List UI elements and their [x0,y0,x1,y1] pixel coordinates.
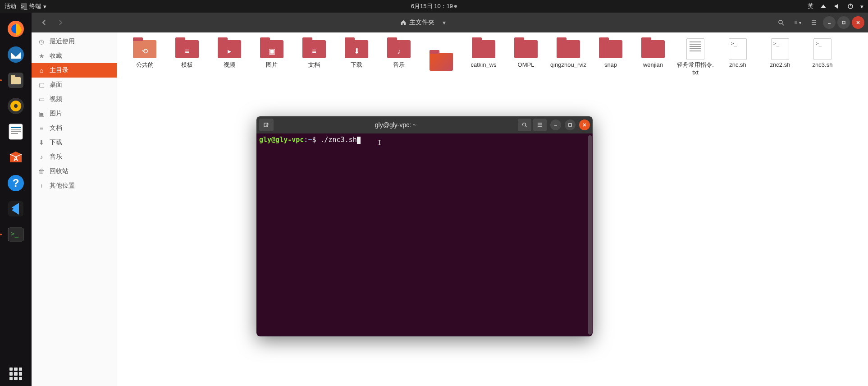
dock-item-vscode[interactable] [4,197,28,221]
file-item[interactable]: wenjian [633,37,673,78]
file-item[interactable]: ⬇下载 [336,37,377,78]
dock-item-rhythmbox[interactable] [4,94,28,118]
sidebar-item-video[interactable]: ▭视频 [32,92,117,106]
minimize-button[interactable] [823,16,836,29]
path-dropdown-icon[interactable]: ▾ [443,19,446,26]
file-item[interactable]: >_znc2.sh [760,37,800,78]
view-mode-button[interactable]: ▾ [790,16,805,29]
svg-line-28 [525,126,527,127]
terminal-scrollbar[interactable] [588,135,592,335]
file-item[interactable]: ♪音乐 [379,37,419,78]
new-tab-icon [263,122,270,128]
folder-icon: ≡ [174,39,200,60]
search-icon [777,19,785,26]
folder-icon: ▣ [259,39,284,60]
dock-item-firefox[interactable] [4,17,28,41]
software-icon: A [5,147,26,168]
dock-item-files[interactable] [4,68,28,92]
search-icon [521,122,528,128]
star-icon: ★ [38,52,45,60]
sidebar-item-music[interactable]: ♪音乐 [32,150,117,164]
sidebar-item-home[interactable]: ⌂主目录 [32,63,117,78]
sidebar-item-label: 最近使用 [50,37,75,46]
image-icon: ▣ [38,110,45,117]
new-tab-button[interactable] [259,119,274,131]
svg-text:A: A [14,155,18,162]
terminal-search-button[interactable] [518,119,531,131]
terminal-maximize-button[interactable] [565,119,576,130]
prompt-user: gly@gly-vpc [259,136,304,144]
dock-item-software[interactable]: A [4,145,28,170]
active-app-menu[interactable]: >_ 终端 ▾ [21,2,46,10]
dock-item-help[interactable]: ? [4,171,28,195]
file-item[interactable]: ⟲公共的 [124,37,165,78]
file-label: 音乐 [393,61,405,69]
input-method-indicator[interactable]: 英 [808,2,813,10]
clock-menu[interactable]: 6月15日 10：19 [411,2,457,10]
path-bar[interactable]: 主文件夹 [396,17,439,28]
dock-item-terminal[interactable]: >_ [4,222,28,247]
folder-icon [556,39,581,60]
svg-point-10 [14,104,18,108]
file-item[interactable]: >_znc.sh [717,37,758,78]
terminal-menu-button[interactable] [533,119,547,131]
terminal-minimize-button[interactable] [550,119,561,130]
sidebar-item-image[interactable]: ▣图片 [32,106,117,121]
folder-icon: ≡ [302,39,327,60]
dock-item-libreoffice-writer[interactable] [4,119,28,144]
svg-text:>_: >_ [11,230,18,238]
sidebar-item-trash[interactable]: 🗑回收站 [32,164,117,179]
terminal-window: gly@gly-vpc: ~ gly@gly-vpc:~$ ./znc3.sh … [256,116,593,336]
file-item[interactable]: ≡模板 [167,37,207,78]
hamburger-menu-button[interactable] [807,16,821,29]
terminal-close-button[interactable] [579,119,590,130]
sidebar-item-label: 文档 [50,124,62,132]
apps-grid-icon [9,368,22,380]
file-label: 下载 [351,61,362,69]
sidebar-item-download[interactable]: ⬇下载 [32,135,117,150]
terminal-app-icon: >_ [21,3,27,9]
thunderbird-icon [5,44,26,65]
power-icon [847,3,854,10]
dock-item-thunderbird[interactable] [4,42,28,67]
desktop-icon: ▢ [38,81,45,88]
sidebar-item-label: 图片 [50,110,62,118]
chevron-down-icon: ▾ [860,3,863,10]
file-item[interactable]: 轻舟常用指令.txt [675,37,716,78]
maximize-button[interactable] [837,16,850,29]
close-button[interactable] [852,16,864,29]
file-item[interactable]: ≡文档 [294,37,334,78]
activities-button[interactable]: 活动 [5,2,16,10]
back-button[interactable] [37,16,51,29]
sidebar-item-plus[interactable]: +其他位置 [32,179,117,193]
file-item[interactable]: catkin_ws [463,37,504,78]
svg-text:?: ? [13,177,19,189]
music-icon: ♪ [38,153,45,161]
system-status-area[interactable]: 英 ▾ [808,2,863,10]
file-item[interactable]: 桌面 [421,37,461,78]
text-file-icon [683,39,708,60]
file-item[interactable]: ▸视频 [209,37,250,78]
file-item[interactable]: qingzhou_rviz [548,37,589,78]
sidebar-item-clock[interactable]: ◷最近使用 [32,34,117,49]
hamburger-icon [537,122,543,128]
forward-button[interactable] [53,16,68,29]
script-file-icon: >_ [767,39,793,60]
file-item[interactable]: >_znc3.sh [802,37,843,78]
sidebar-item-desktop[interactable]: ▢桌面 [32,78,117,92]
sidebar-item-star[interactable]: ★收藏 [32,49,117,63]
sidebar-item-label: 主目录 [50,66,69,74]
file-item[interactable]: snap [590,37,631,78]
sidebar-item-label: 桌面 [50,81,62,89]
files-headerbar: 主文件夹 ▾ ▾ [32,13,868,32]
file-item[interactable]: ▣图片 [251,37,292,78]
firefox-icon [5,18,26,39]
show-applications-button[interactable] [4,362,28,386]
network-icon [820,3,827,10]
folder-icon [598,39,623,60]
sidebar-item-doc[interactable]: ≡文档 [32,121,117,135]
terminal-content[interactable]: gly@gly-vpc:~$ ./znc3.sh I [256,133,593,336]
file-label: 视频 [224,61,235,69]
search-button[interactable] [773,16,789,29]
file-item[interactable]: OMPL [506,37,546,78]
